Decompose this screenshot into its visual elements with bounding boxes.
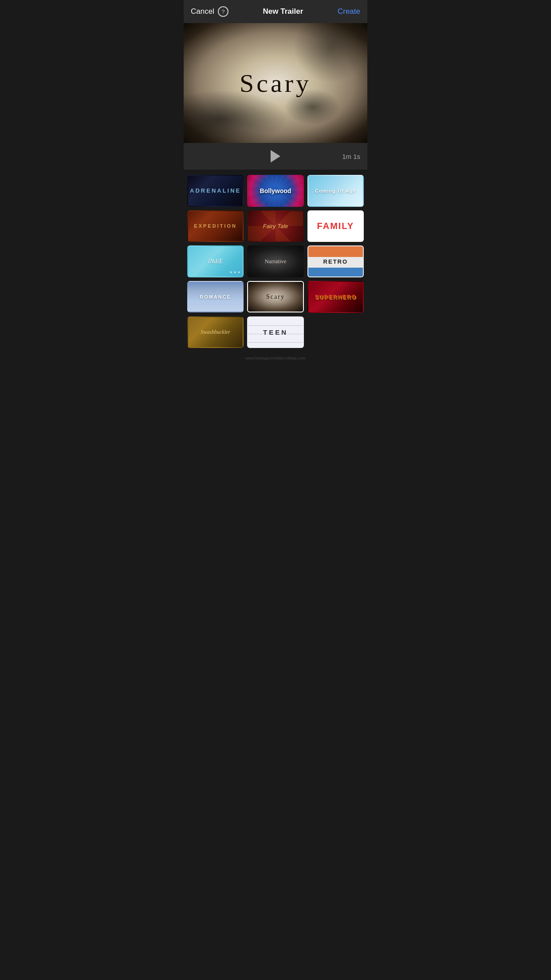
card-label-superhero: SUPERHERO — [315, 294, 356, 300]
preview-container: Scary 1m 1s — [184, 23, 367, 170]
duration-label: 1m 1s — [342, 153, 360, 160]
cancel-button[interactable]: Cancel ? — [191, 6, 228, 17]
watermark: www.heritagechristiancollege.com — [184, 353, 367, 363]
card-label-family: FAMILY — [317, 221, 354, 231]
trailer-card-scary[interactable]: Scary — [247, 281, 303, 313]
card-label-expedition: Expedition — [194, 223, 237, 229]
page-title: New Trailer — [263, 7, 303, 16]
trailer-card-family[interactable]: FAMILY — [307, 210, 364, 242]
trailer-card-swashbuckler[interactable]: Swashbuckler — [187, 316, 244, 348]
trailer-card-retro[interactable]: RETRO — [307, 245, 364, 277]
trailer-grid: Adrenaline Bollywood Coming Of Age Exped… — [184, 170, 367, 353]
card-label-adrenaline: Adrenaline — [190, 187, 241, 194]
trailer-card-coming-of-age[interactable]: Coming Of Age — [307, 175, 364, 207]
trailer-card-narrative[interactable]: Narrative — [247, 245, 303, 277]
card-label-scary: Scary — [266, 293, 285, 300]
card-label-swashbuckler: Swashbuckler — [201, 329, 230, 336]
trailer-card-indie[interactable]: iNdiE — [187, 245, 244, 277]
play-button[interactable] — [271, 150, 280, 162]
trailer-card-teen[interactable]: TEEN — [247, 316, 303, 348]
card-label-bollywood: Bollywood — [260, 187, 291, 194]
card-label-romance: ROMANCE — [200, 294, 231, 300]
trailer-card-bollywood[interactable]: Bollywood — [247, 175, 303, 207]
help-icon: ? — [221, 8, 224, 15]
trailer-card-fairy-tale[interactable]: Fairy Tale — [247, 210, 303, 242]
card-label-teen: TEEN — [263, 328, 288, 336]
navigation-bar: Cancel ? New Trailer Create — [184, 0, 367, 23]
help-button[interactable]: ? — [218, 6, 228, 17]
trailer-card-expedition[interactable]: Expedition — [187, 210, 244, 242]
preview-thumbnail: Scary — [184, 23, 367, 143]
trailer-card-superhero[interactable]: SUPERHERO — [307, 281, 364, 313]
trailer-card-adrenaline[interactable]: Adrenaline — [187, 175, 244, 207]
cancel-label[interactable]: Cancel — [191, 7, 214, 16]
card-label-narrative: Narrative — [264, 258, 286, 265]
trailer-card-romance[interactable]: ROMANCE — [187, 281, 244, 313]
card-label-coming-of-age: Coming Of Age — [315, 188, 356, 194]
card-label-retro: RETRO — [323, 258, 348, 265]
card-label-indie: iNdiE — [208, 258, 223, 265]
create-button[interactable]: Create — [338, 7, 360, 16]
preview-controls: 1m 1s — [184, 143, 367, 170]
card-label-fairy-tale: Fairy Tale — [263, 223, 288, 229]
preview-title: Scary — [240, 68, 311, 98]
